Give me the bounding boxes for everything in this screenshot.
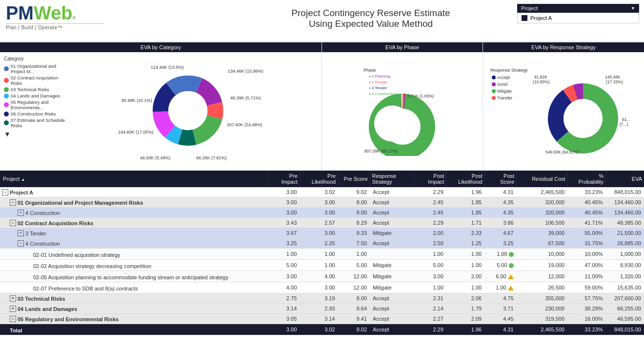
cell-response: Accept xyxy=(370,324,414,335)
cell-post-score: 4.67 xyxy=(484,228,516,238)
cell-pre-likelihood: 3.02 xyxy=(300,187,338,197)
cell-prob: 40.45% xyxy=(567,197,605,208)
expand-icon[interactable]: + xyxy=(18,210,24,216)
project-filter[interactable]: Project ▼ Project A xyxy=(517,4,639,23)
svg-text:(17.15%): (17.15%) xyxy=(606,79,623,84)
svg-text:(10.83%): (10.83%) xyxy=(533,79,550,84)
cell-prob: 31.75% xyxy=(567,238,605,249)
col-header-pre-impact[interactable]: PreImpact xyxy=(268,171,300,187)
svg-text:Accept: Accept xyxy=(497,75,510,80)
legend-more-icon[interactable]: ▼ xyxy=(4,130,66,138)
cell-pre-score: 7.50 xyxy=(338,238,370,249)
cell-post-likelihood: 2.06 xyxy=(446,293,484,304)
data-table: Project ▲ PreImpact PreLikelihood Pre Sc… xyxy=(0,171,644,335)
col-header-response[interactable]: ResponseStrategy xyxy=(370,171,414,187)
col-header-project[interactable]: Project ▲ xyxy=(0,171,268,187)
cell-post-score: 3.86 xyxy=(484,218,516,228)
cell-residual: 320,000 xyxy=(517,208,568,218)
cell-prob: 40.45% xyxy=(567,208,605,218)
legend-item-03: 03 Technical Risks xyxy=(4,87,66,92)
cell-prob: 11.00% xyxy=(567,271,605,282)
collapse-icon[interactable]: − xyxy=(18,240,24,247)
col-header-residual[interactable]: Residual Cost xyxy=(517,171,568,187)
svg-point-20 xyxy=(492,82,496,86)
cell-post-likelihood: 1.85 xyxy=(446,208,484,218)
cell-pre-impact: 3.25 xyxy=(268,238,300,249)
cell-pre-likelihood: 3.00 xyxy=(300,228,338,238)
cell-residual: 39,000 xyxy=(517,228,568,238)
cell-response: Mitigate xyxy=(370,228,414,238)
svg-text:46.60K (5.49%): 46.60K (5.49%) xyxy=(140,155,171,160)
collapse-icon[interactable]: − xyxy=(2,189,8,195)
col-header-post-likelihood[interactable]: PostLikelihood xyxy=(446,171,484,187)
cell-post-likelihood: 1.00 xyxy=(446,260,484,271)
cell-pre-score: 9.64 xyxy=(338,304,370,314)
collapse-icon[interactable]: − xyxy=(10,220,16,226)
col-header-post-impact[interactable]: PostImpact xyxy=(415,171,446,187)
col-header-post-score[interactable]: PostScore xyxy=(484,171,516,187)
cell-residual: 319,500 xyxy=(517,314,568,324)
col-header-pre-score[interactable]: Pre Score xyxy=(338,171,370,187)
cell-post-likelihood: 2.09 xyxy=(446,314,484,324)
cell-pre-impact: 4.00 xyxy=(268,282,300,293)
cell-residual: 12,000 xyxy=(517,271,568,282)
col-header-pre-likelihood[interactable]: PreLikelihood xyxy=(300,171,338,187)
cell-post-impact: 3.00 xyxy=(415,271,446,282)
table-row: −02 Contract Acquisition Risks 3.43 2.57… xyxy=(0,218,644,228)
cell-response: Accept xyxy=(370,293,414,304)
cell-label: −02 Contract Acquisition Risks xyxy=(0,218,268,228)
cell-eva: 207,600.00 xyxy=(606,293,644,304)
cell-pre-likelihood: 3.00 xyxy=(300,208,338,218)
donut-category: 134.46K (15.86%) 48.39K (5.71%) 207.60K … xyxy=(68,55,320,168)
table-row: Total 3.00 3.02 9.02 Accept 2.29 1.96 4.… xyxy=(0,324,644,335)
cell-eva: 134,460.00 xyxy=(606,197,644,208)
svg-text:Phase: Phase xyxy=(363,68,376,73)
response-chart-container: Response Strategy Accept Avoid Mitigate … xyxy=(488,65,639,158)
expand-icon[interactable]: + xyxy=(10,306,16,312)
svg-text:48.39K (5.71%): 48.39K (5.71%) xyxy=(230,96,261,100)
collapse-icon[interactable]: − xyxy=(10,316,16,322)
cell-pre-impact: 3.14 xyxy=(268,304,300,314)
cell-pre-score: 12.00 xyxy=(338,271,370,282)
cell-pre-impact: 3.67 xyxy=(268,228,300,238)
cell-label: −05 Regulatory and Environmental Risks xyxy=(0,314,268,324)
chart-category-header: EVA by Category xyxy=(0,42,322,52)
cell-residual: 67,500 xyxy=(517,238,568,249)
cell-pre-likelihood: 3.14 xyxy=(300,314,338,324)
cell-label: −Project A xyxy=(0,187,268,197)
cell-pre-likelihood: 3.00 xyxy=(300,197,338,208)
svg-text:• 3 Tender: • 3 Tender xyxy=(369,86,387,90)
cell-pre-likelihood: 1.00 xyxy=(300,260,338,271)
green-circle-icon xyxy=(509,263,514,268)
cell-pre-likelihood: 2.93 xyxy=(300,304,338,314)
cell-prob: 33.23% xyxy=(567,324,605,335)
cell-pre-score: 9.41 xyxy=(338,314,370,324)
cell-label: −01 Organizational and Project Managemen… xyxy=(0,197,268,208)
collapse-icon[interactable]: − xyxy=(10,199,16,206)
cell-response: Mitigate xyxy=(370,282,414,293)
cell-label: +03 Technical Risks xyxy=(0,293,268,304)
cell-post-likelihood: 1.79 xyxy=(446,304,484,314)
cell-post-likelihood: 1.96 xyxy=(446,187,484,197)
cell-post-impact: 1.00 xyxy=(415,249,446,260)
cell-post-impact: 2.29 xyxy=(415,218,446,228)
warning-triangle-icon xyxy=(508,286,514,290)
cell-post-likelihood: 1.96 xyxy=(446,324,484,335)
cell-response: Accept xyxy=(370,304,414,314)
chart-response: EVA by Response Strategy Response Strate… xyxy=(483,42,644,171)
cell-prob: 47.00% xyxy=(567,260,605,271)
cell-pre-impact: 3.05 xyxy=(268,314,300,324)
col-header-prob[interactable]: %Probability xyxy=(567,171,605,187)
cell-response: Accept xyxy=(370,238,414,249)
cell-response: Accept xyxy=(370,208,414,218)
cell-prob: 10.00% xyxy=(567,249,605,260)
svg-text:114.44K (13.5%): 114.44K (13.5%) xyxy=(151,65,184,70)
svg-point-18 xyxy=(492,76,496,79)
cell-post-impact: 2.45 xyxy=(415,208,446,218)
cell-label: +3 Tender xyxy=(0,228,268,238)
expand-icon[interactable]: + xyxy=(18,230,24,236)
expand-icon[interactable]: + xyxy=(10,295,16,302)
cell-pre-score: 9.33 xyxy=(338,228,370,238)
cell-post-score: 4.31 xyxy=(484,324,516,335)
col-header-eva[interactable]: EVA xyxy=(606,171,644,187)
